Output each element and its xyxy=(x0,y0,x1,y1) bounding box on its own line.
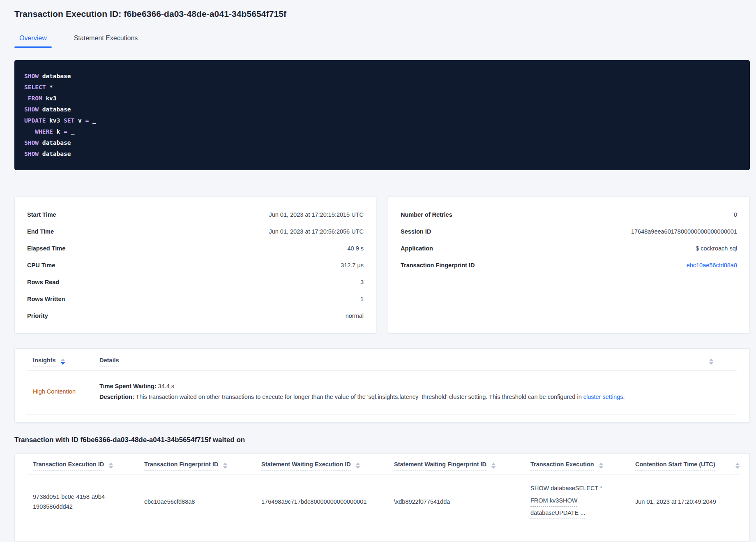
tab-statement-executions[interactable]: Statement Executions xyxy=(69,32,143,47)
column-label[interactable]: Transaction Fingerprint ID xyxy=(144,461,218,470)
row-label: Rows Written xyxy=(27,296,65,302)
column-label[interactable]: Transaction Execution ID xyxy=(33,461,104,470)
row-label: Number of Retries xyxy=(401,211,452,218)
description-text: This transaction waited on other transac… xyxy=(136,394,583,400)
sql-line: SHOW database xyxy=(24,71,740,82)
column-label[interactable]: Contention Start Time (UTC) xyxy=(635,461,715,470)
sort-icon[interactable] xyxy=(61,359,65,366)
row-value: 17648a9eea6017800000000000000001 xyxy=(631,228,737,235)
row-value: 1 xyxy=(360,296,364,302)
sort-icon[interactable] xyxy=(223,463,227,469)
page-title: Transaction Execution ID: f6be6366-da03-… xyxy=(14,9,750,19)
waited-on-heading: Transaction with ID f6be6366-da03-48de-a… xyxy=(14,436,750,444)
table-row: 9738d051-bc0e-4158-a9b4-1903586ddd42 ebc… xyxy=(27,475,740,531)
sql-line: SHOW database xyxy=(24,148,740,160)
insight-description: Description: This transaction waited on … xyxy=(99,391,737,402)
cell-statement-waiting-fingerprint-id: \xdb8922f077541dda xyxy=(388,497,525,507)
row-value: 3 xyxy=(360,279,364,285)
transaction-execution-statement-line[interactable]: SHOW databaseSELECT * xyxy=(530,483,602,494)
row-label: Start Time xyxy=(27,211,56,218)
description-label: Description: xyxy=(99,394,134,400)
row-label: Priority xyxy=(27,313,48,319)
sort-icon[interactable] xyxy=(735,463,740,469)
insights-table-header: Insights Details xyxy=(27,349,737,371)
insight-details: Time Spent Waiting: 34.4 s Description: … xyxy=(95,381,737,402)
column-label[interactable]: Statement Waiting Fingerprint ID xyxy=(394,461,486,470)
column-header-transaction-fingerprint-id[interactable]: Transaction Fingerprint ID xyxy=(138,461,256,470)
sql-line: SHOW database xyxy=(24,104,740,115)
transaction-execution-statement-line[interactable]: FROM kv3SHOW xyxy=(530,496,577,507)
transaction-details-page: Transaction Execution ID: f6be6366-da03-… xyxy=(0,0,756,541)
column-header-statement-waiting-fingerprint-id[interactable]: Statement Waiting Fingerprint ID xyxy=(388,461,525,470)
summary-row-end-time: End Time Jun 01, 2023 at 17:20:56:2056 U… xyxy=(27,223,364,240)
row-value: normal xyxy=(346,313,364,319)
time-spent-waiting-value: 34.4 s xyxy=(158,383,175,389)
summary-row-priority: Priority normal xyxy=(27,307,364,324)
row-label: Transaction Fingerprint ID xyxy=(401,262,475,269)
summary-row-application: Application $ cockroach sql xyxy=(401,240,737,257)
summary-row-retries: Number of Retries 0 xyxy=(401,206,737,223)
session-info-card: Number of Retries 0 Session ID 17648a9ee… xyxy=(388,197,750,334)
row-label: Elapsed Time xyxy=(27,245,65,252)
sql-line: WHERE k = _ xyxy=(24,126,740,137)
tab-bar: Overview Statement Executions xyxy=(14,32,750,47)
row-label: Rows Read xyxy=(27,279,59,285)
column-header-statement-waiting-execution-id[interactable]: Statement Waiting Execution ID xyxy=(256,461,388,470)
details-column-label[interactable]: Details xyxy=(99,357,119,366)
sort-icon[interactable] xyxy=(599,463,603,469)
row-value: 40.9 s xyxy=(348,245,364,252)
description-suffix: . xyxy=(623,394,625,400)
insights-column-label[interactable]: Insights xyxy=(33,357,56,366)
transaction-execution-statement-line[interactable]: databaseUPDATE ... xyxy=(530,508,585,519)
sort-icon[interactable] xyxy=(491,463,496,469)
waited-on-table-header: Transaction Execution ID Transaction Fin… xyxy=(27,454,740,475)
cell-transaction-execution-id: 9738d051-bc0e-4158-a9b4-1903586ddd42 xyxy=(27,492,138,512)
summary-cards-row: Start Time Jun 01, 2023 at 17:20:15:2015… xyxy=(14,197,750,334)
row-label: Session ID xyxy=(401,228,431,235)
summary-row-elapsed-time: Elapsed Time 40.9 s xyxy=(27,240,364,257)
row-label: Application xyxy=(401,245,433,252)
row-value: Jun 01, 2023 at 17:20:56:2056 UTC xyxy=(269,228,364,235)
summary-row-start-time: Start Time Jun 01, 2023 at 17:20:15:2015… xyxy=(27,206,364,223)
time-spent-waiting: Time Spent Waiting: 34.4 s xyxy=(99,381,737,391)
row-value: $ cockroach sql xyxy=(696,245,737,252)
row-label: CPU Time xyxy=(27,262,55,269)
sql-line: UPDATE kv3 SET v = _ xyxy=(24,115,740,126)
insight-row: High Contention Time Spent Waiting: 34.4… xyxy=(27,371,737,415)
details-column-header[interactable]: Details xyxy=(95,357,737,366)
column-header-contention-start-time[interactable]: Contention Start Time (UTC) xyxy=(629,461,740,470)
insight-badge: High Contention xyxy=(27,388,95,395)
summary-row-rows-written: Rows Written 1 xyxy=(27,290,364,307)
cell-contention-start-time: Jun 01, 2023 at 17:20:49:2049 xyxy=(629,497,740,507)
summary-row-transaction-fingerprint-id: Transaction Fingerprint ID ebc10ae56cfd8… xyxy=(401,257,737,273)
insights-table-footer xyxy=(27,415,737,422)
cell-transaction-execution-link[interactable]: SHOW databaseSELECT *FROM kv3SHOWdatabas… xyxy=(525,483,629,520)
waited-on-table: Transaction Execution ID Transaction Fin… xyxy=(14,453,750,541)
cluster-settings-link[interactable]: cluster settings xyxy=(583,394,623,400)
transaction-fingerprint-link[interactable]: ebc10ae56cfd88a8 xyxy=(687,262,737,269)
tab-overview[interactable]: Overview xyxy=(14,32,52,47)
column-header-transaction-execution[interactable]: Transaction Execution xyxy=(525,461,629,470)
insights-table: Insights Details High Contention Time Sp… xyxy=(14,348,750,423)
sql-line: SELECT * xyxy=(24,82,740,93)
cell-statement-waiting-execution-id: 176498a9c717bdc80000000000000001 xyxy=(256,497,388,507)
row-label: End Time xyxy=(27,228,54,235)
insights-column-header[interactable]: Insights xyxy=(27,357,95,366)
summary-row-cpu-time: CPU Time 312.7 µs xyxy=(27,257,364,273)
sort-icon[interactable] xyxy=(709,359,713,366)
sort-icon[interactable] xyxy=(356,463,360,469)
sql-statements-box: SHOW databaseSELECT * FROM kv3SHOW datab… xyxy=(14,60,750,170)
sql-line: SHOW database xyxy=(24,137,740,148)
column-label[interactable]: Transaction Execution xyxy=(530,461,594,470)
row-value: 312.7 µs xyxy=(341,262,364,269)
sort-icon[interactable] xyxy=(109,463,113,469)
summary-row-rows-read: Rows Read 3 xyxy=(27,273,364,290)
time-spent-waiting-label: Time Spent Waiting: xyxy=(99,383,157,389)
row-value: 0 xyxy=(734,211,737,218)
execution-times-card: Start Time Jun 01, 2023 at 17:20:15:2015… xyxy=(14,197,376,334)
summary-row-session-id: Session ID 17648a9eea6017800000000000000… xyxy=(401,223,737,240)
row-value: Jun 01, 2023 at 17:20:15:2015 UTC xyxy=(269,211,364,218)
sql-line: FROM kv3 xyxy=(24,93,740,104)
column-label[interactable]: Statement Waiting Execution ID xyxy=(261,461,351,470)
column-header-transaction-execution-id[interactable]: Transaction Execution ID xyxy=(27,461,138,470)
